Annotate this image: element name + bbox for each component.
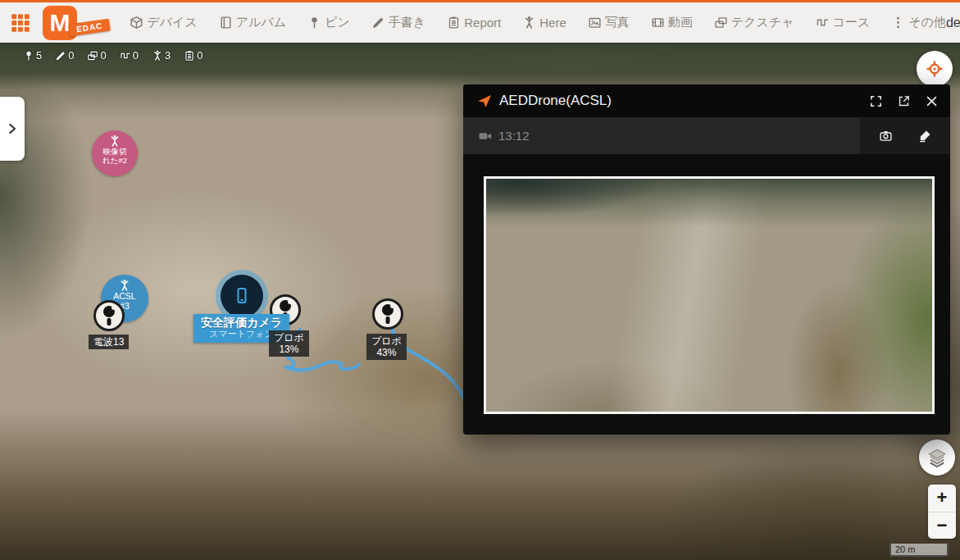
marker-label: 映像切: [103, 148, 127, 157]
counter-value: 3: [165, 49, 171, 61]
more-dots-icon: [891, 16, 905, 30]
time-value: 13:12: [498, 129, 530, 143]
counter-here: 3: [152, 49, 171, 61]
map-counters: 5 0 0 0 3 0: [23, 49, 202, 61]
nav-item-texture[interactable]: テクスチャ: [714, 15, 794, 30]
nav-label: Report: [464, 16, 501, 30]
nav-label: Here: [539, 16, 566, 30]
target-icon: [925, 59, 944, 79]
counter-value: 5: [36, 49, 42, 61]
drone-video-panel: AEDDrone(ACSL) 13:12 D:: [463, 84, 950, 435]
panel-header[interactable]: AEDDrone(ACSL): [463, 84, 950, 117]
nav-label: ピン: [325, 15, 350, 30]
texture-icon: [714, 16, 728, 30]
videocam-icon: [478, 129, 493, 143]
album-icon: [219, 16, 233, 30]
panel-title: AEDDrone(ACSL): [499, 93, 862, 109]
nav-item-album[interactable]: アルバム: [219, 15, 286, 30]
marker-body-bar: [386, 316, 390, 324]
drone-video-feed: [486, 179, 932, 412]
fullscreen-button[interactable]: [862, 87, 889, 115]
texture-icon: [87, 50, 98, 61]
sidebar-expand-button[interactable]: [0, 97, 25, 161]
nav-label: デバイス: [147, 15, 197, 30]
report-icon: [184, 50, 195, 61]
nav-item-report[interactable]: Report: [447, 16, 501, 30]
counter-value: 0: [133, 49, 139, 61]
counter-value: 0: [100, 49, 106, 61]
account-menu[interactable]: demo: [946, 16, 960, 30]
camera-icon: [879, 129, 893, 143]
counter-course: 0: [120, 49, 139, 61]
apps-grid-icon[interactable]: [10, 12, 31, 34]
counter-texture: 0: [87, 49, 106, 61]
propo-43-label: プロポ43%: [366, 334, 407, 360]
counter-pin: 5: [23, 49, 42, 61]
layers-icon: [926, 447, 948, 468]
nav-item-here[interactable]: Here: [522, 16, 566, 30]
person-icon: [152, 50, 163, 61]
recording-time: 13:12: [478, 129, 860, 143]
marker-head-dot: [280, 300, 291, 312]
photo-icon: [588, 16, 602, 30]
marker-body-bar: [107, 318, 111, 326]
marker-label: れた#2: [102, 157, 127, 166]
pen-icon: [55, 50, 66, 61]
cube-icon: [130, 16, 143, 30]
course-icon: [120, 50, 131, 61]
nav-item-more[interactable]: その他: [891, 15, 946, 30]
close-icon: [925, 94, 939, 108]
locate-button[interactable]: [917, 51, 953, 87]
capture-tools: [860, 117, 950, 154]
zoom-in-button[interactable]: +: [928, 485, 956, 512]
open-external-button[interactable]: [889, 87, 917, 115]
nav-label: アルバム: [236, 15, 286, 30]
nav-item-course[interactable]: コース: [816, 15, 871, 30]
snapshot-button[interactable]: [871, 122, 899, 150]
counter-report: 0: [184, 49, 202, 61]
marker-head-dot: [382, 304, 394, 316]
pin-icon: [23, 50, 34, 61]
camera-title: 安全評価カメラ: [201, 316, 282, 329]
annotate-button[interactable]: [911, 122, 939, 150]
panel-toolbar: 13:12: [463, 117, 950, 154]
marker-lost-video[interactable]: 映像切 れた#2: [92, 130, 138, 176]
nav-label: 手書き: [389, 15, 425, 30]
nav-item-pin[interactable]: ピン: [307, 15, 350, 30]
person-icon: [522, 16, 536, 30]
top-navigation-bar: M EDAC デバイス アルバム ピン 手書き Report Here 写真 動…: [0, 0, 960, 43]
counter-value: 0: [68, 49, 74, 61]
close-button[interactable]: [917, 87, 945, 115]
marker-head-dot: [103, 306, 115, 317]
nav-label: テクスチャ: [731, 15, 794, 30]
nav-label: 動画: [668, 15, 693, 30]
scale-bar: 20 m: [889, 544, 949, 557]
main-menu: デバイス アルバム ピン 手書き Report Here 写真 動画 テクスチャ: [130, 15, 946, 30]
nav-item-handwriting[interactable]: 手書き: [371, 15, 425, 30]
counter-value: 0: [197, 49, 202, 61]
marker-label: ACSL: [113, 292, 135, 302]
counter-pen: 0: [55, 49, 74, 61]
radio-strength-label: 電波13: [89, 335, 129, 349]
layers-button[interactable]: [919, 439, 955, 476]
nav-label: その他: [908, 15, 946, 30]
external-link-icon: [897, 94, 911, 108]
marker-radio[interactable]: [93, 300, 125, 331]
account-name: demo: [946, 16, 960, 30]
pin-icon: [307, 16, 321, 30]
fullscreen-icon: [869, 94, 883, 108]
report-icon: [447, 16, 461, 30]
nav-item-devices[interactable]: デバイス: [130, 15, 197, 30]
marker-pen-icon: [918, 129, 932, 143]
marker-smartphone-camera[interactable]: [221, 275, 263, 317]
person-icon: [108, 134, 121, 148]
zoom-out-button[interactable]: −: [928, 512, 956, 540]
nav-item-video[interactable]: 動画: [651, 15, 693, 30]
marker-propo-43[interactable]: [372, 298, 403, 330]
chevron-right-icon: [6, 122, 19, 135]
nav-item-photo[interactable]: 写真: [588, 15, 630, 30]
video-frame: [484, 176, 935, 414]
pen-icon: [371, 16, 385, 30]
video-icon: [651, 16, 665, 30]
video-area: D: 53 M 720P60 5680 MHz 20 MHz 11.8V: [463, 154, 950, 414]
